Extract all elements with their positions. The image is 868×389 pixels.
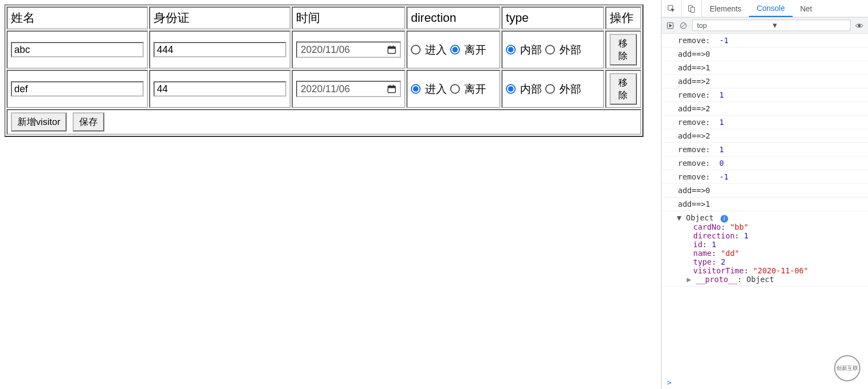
direction-group: 进入 离开	[411, 43, 496, 57]
radio-internal[interactable]	[506, 84, 516, 94]
header-name: 姓名	[7, 7, 148, 29]
console-log: add==>1	[662, 198, 868, 211]
console-output[interactable]: remove: -1add==>0add==>1add==>2remove: 1…	[662, 34, 868, 376]
header-card: 身份证	[149, 7, 291, 29]
inspect-icon[interactable]	[667, 4, 676, 13]
play-icon[interactable]	[666, 21, 675, 30]
chevron-down-icon: ▼	[771, 21, 846, 29]
visitor-table: 姓名 身份证 时间 direction type 操作 2020/11/06	[4, 4, 643, 137]
radio-enter[interactable]	[411, 84, 421, 94]
device-icon[interactable]	[687, 4, 696, 13]
console-log: remove: -1	[662, 170, 868, 184]
console-log: add==>2	[662, 129, 868, 143]
context-selector[interactable]: top ▼	[692, 20, 851, 31]
watermark-logo: 创新互联	[834, 355, 860, 381]
svg-rect-1	[388, 47, 395, 49]
name-input[interactable]	[11, 81, 144, 97]
console-object[interactable]: Object icardNo: "bb"direction: 1id: 1nam…	[662, 211, 868, 286]
console-log: add==>0	[662, 184, 868, 198]
name-input[interactable]	[11, 42, 144, 57]
console-log: remove: -1	[662, 34, 868, 47]
save-button[interactable]: 保存	[73, 112, 104, 131]
console-log: add==>2	[662, 102, 868, 116]
devtools-tabs: Elements Console Net	[662, 0, 868, 17]
radio-leave[interactable]	[450, 84, 460, 94]
header-row: 姓名 身份证 时间 direction type 操作	[7, 7, 641, 29]
tab-network[interactable]: Net	[793, 0, 820, 17]
card-input[interactable]	[153, 81, 286, 97]
type-group: 内部 外部	[506, 43, 600, 57]
radio-external[interactable]	[545, 84, 555, 94]
console-log: add==>1	[662, 61, 868, 75]
remove-button[interactable]: 移除	[610, 34, 637, 65]
radio-external[interactable]	[545, 45, 555, 55]
tab-console[interactable]: Console	[749, 0, 792, 17]
footer-row: 新增visitor 保存	[7, 109, 641, 135]
clear-icon[interactable]	[679, 21, 688, 30]
console-log: remove: 0	[662, 157, 868, 170]
header-time: 时间	[292, 7, 405, 29]
svg-rect-10	[691, 7, 695, 12]
eye-icon[interactable]	[855, 21, 864, 30]
direction-group: 进入 离开	[411, 82, 496, 97]
header-direction: direction	[406, 7, 500, 29]
date-input[interactable]: 2020/11/06	[296, 81, 401, 97]
console-prompt[interactable]: >	[662, 376, 868, 389]
devtools-panel: Elements Console Net top ▼ remove: -1add…	[661, 0, 868, 389]
add-visitor-button[interactable]: 新增visitor	[11, 112, 67, 131]
console-log: add==>0	[662, 47, 868, 61]
svg-rect-5	[388, 86, 395, 88]
radio-leave[interactable]	[450, 45, 460, 55]
header-type: type	[501, 7, 604, 29]
radio-internal[interactable]	[506, 45, 516, 55]
table-row: 2020/11/06 进入 离开 内部 外部 移除	[7, 31, 641, 69]
card-input[interactable]	[153, 42, 286, 57]
calendar-icon	[387, 84, 397, 94]
header-op: 操作	[605, 7, 641, 29]
remove-button[interactable]: 移除	[610, 73, 637, 105]
date-input[interactable]: 2020/11/06	[296, 41, 401, 58]
calendar-icon	[387, 45, 397, 55]
svg-line-13	[681, 23, 686, 28]
console-log: remove: 1	[662, 143, 868, 157]
console-toolbar: top ▼	[662, 17, 868, 34]
console-log: remove: 1	[662, 116, 868, 129]
console-log: add==>2	[662, 75, 868, 88]
radio-enter[interactable]	[411, 45, 421, 55]
console-log: remove: 1	[662, 88, 868, 102]
type-group: 内部 外部	[506, 82, 600, 97]
svg-point-14	[858, 25, 860, 27]
tab-elements[interactable]: Elements	[702, 0, 749, 17]
table-row: 2020/11/06 进入 离开 内部 外部 移除	[7, 70, 641, 108]
